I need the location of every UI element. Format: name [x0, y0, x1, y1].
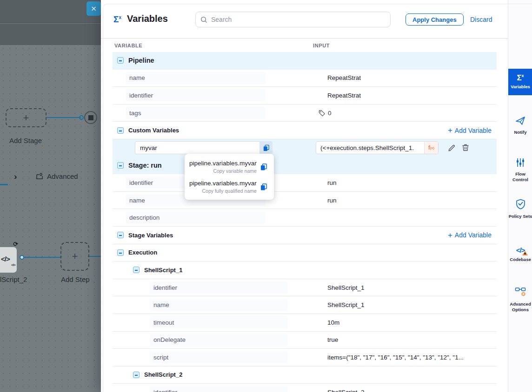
collapse-icon[interactable]	[117, 232, 124, 238]
variable-label: onDelegate	[153, 336, 186, 343]
search-input[interactable]	[211, 16, 386, 23]
edit-icon[interactable]	[447, 144, 456, 152]
variable-label: name	[129, 197, 145, 204]
collapse-icon[interactable]	[117, 249, 124, 256]
search-box[interactable]	[195, 12, 391, 27]
sidebar-item-variables[interactable]: Σx Variables	[508, 69, 532, 95]
selected-tab-indicator	[0, 184, 8, 185]
copy-fqn-item[interactable]: pipeline.variables.myvar Copy fully qual…	[189, 180, 267, 194]
table-column-headers: VARIABLE INPUT	[113, 39, 497, 52]
table-row: description	[113, 209, 497, 227]
add-step-label: Add Step	[61, 275, 90, 283]
sliders-icon	[516, 158, 525, 167]
table-row: identifier ShellScript_1	[113, 279, 497, 297]
step-node-shellscript[interactable]: </>	[0, 247, 17, 273]
collapse-icon[interactable]	[117, 57, 124, 64]
right-nav-sidebar: Σx Variables Notify Flow Control	[508, 0, 532, 392]
connector-line	[89, 256, 101, 257]
panel-header: Σx Variables Apply Changes Discard	[101, 0, 508, 39]
collapse-icon[interactable]	[117, 162, 124, 169]
section-header-pipeline[interactable]: Pipeline	[113, 52, 497, 70]
column-header-variable: VARIABLE	[114, 43, 142, 48]
table-row: name RepeatStrat	[113, 70, 497, 87]
variable-value: run	[327, 179, 337, 186]
tab-advanced-label: Advanced	[47, 172, 78, 180]
add-variable-button[interactable]: +Add Variable	[448, 231, 492, 239]
variable-label: name	[129, 74, 145, 81]
add-variable-button[interactable]: +Add Variable	[448, 126, 492, 134]
section-header-execution[interactable]: Execution	[113, 244, 497, 262]
section-header-stage-variables[interactable]: Stage Variables +Add Variable	[113, 227, 497, 244]
add-stage-node[interactable]: +	[6, 108, 47, 127]
sidebar-item-notify[interactable]: Notify	[508, 116, 532, 135]
discard-button[interactable]: Discard	[470, 16, 492, 23]
plus-icon: +	[72, 251, 78, 261]
variable-value: ShellScript_1	[327, 301, 365, 308]
table-row: identifier run	[113, 174, 497, 192]
column-header-input: INPUT	[313, 43, 330, 48]
add-stage-label: Add Stage	[9, 137, 42, 144]
advanced-options-icon	[515, 287, 526, 297]
tab-advanced[interactable]: Advanced	[36, 172, 78, 180]
variables-sigma-icon: Σx	[113, 14, 121, 25]
variable-value: RepeatStrat	[327, 92, 361, 99]
table-row: script items=("18", "17", "16", "15", "1…	[113, 349, 497, 366]
variable-value: true	[327, 336, 338, 343]
code-mini-icon: </>	[11, 263, 15, 267]
variable-value-input[interactable]: (<+execution.steps.ShellScript_1. f(x)	[316, 141, 439, 154]
variable-label: identifier	[153, 284, 177, 291]
connector-point	[20, 255, 24, 260]
codebase-icon: </>	[516, 246, 525, 254]
sidebar-item-codebase[interactable]: </> Codebase	[508, 246, 532, 262]
variable-label: identifier	[153, 389, 177, 392]
search-icon	[200, 16, 207, 23]
table-row: name run	[113, 192, 497, 209]
canvas-toolbar	[0, 0, 101, 23]
plus-icon: +	[23, 113, 29, 123]
pipeline-canvas: ✕ + Add Stage › Advanced </> ⟳ </> + lSc…	[0, 0, 101, 392]
section-header-stage-run[interactable]: Stage: run	[113, 157, 497, 175]
variable-label: identifier	[129, 179, 153, 186]
sidebar-item-flow-control[interactable]: Flow Control	[508, 158, 532, 183]
copy-icon[interactable]	[259, 141, 273, 154]
variable-value: 10m	[327, 319, 339, 326]
page-title: Variables	[127, 13, 168, 24]
expression-fx-icon[interactable]: f(x)	[424, 142, 438, 154]
table-row: identifier RepeatStrat	[113, 87, 497, 105]
variable-label: timeout	[153, 319, 174, 326]
paper-plane-icon	[515, 116, 525, 125]
close-icon[interactable]: ✕	[86, 1, 101, 16]
copy-variable-name-item[interactable]: pipeline.variables.myvar Copy variable n…	[189, 160, 267, 174]
variable-value: RepeatStrat	[327, 74, 361, 81]
collapse-icon[interactable]	[117, 127, 124, 134]
stop-icon	[88, 115, 93, 120]
tag-count: 0	[328, 110, 332, 117]
canvas-tabbar: › Advanced	[0, 169, 101, 184]
advanced-tab-icon	[36, 173, 43, 180]
canvas-dot-grid	[0, 45, 101, 392]
tag-icon	[319, 110, 326, 117]
variables-drawer: Σx Variables Apply Changes Discard VARIA…	[101, 0, 532, 392]
chevron-right-icon[interactable]: ›	[14, 172, 17, 181]
table-row: name ShellScript_1	[113, 296, 497, 314]
apply-changes-button[interactable]: Apply Changes	[406, 13, 464, 26]
copy-caption: Copy fully qualified name	[189, 189, 257, 194]
add-step-node[interactable]: +	[60, 242, 89, 271]
variable-label: name	[153, 301, 169, 308]
copy-icon[interactable]	[260, 163, 267, 171]
section-header-custom-variables[interactable]: Custom Variables +Add Variable	[113, 122, 497, 139]
copy-icon[interactable]	[260, 183, 267, 191]
collapse-icon[interactable]	[133, 372, 140, 378]
loop-strategy-icon: ⟳	[13, 241, 18, 248]
sidebar-item-advanced-options[interactable]: Advanced Options	[508, 287, 532, 313]
variable-label: script	[153, 354, 168, 361]
variable-value: run	[327, 197, 337, 204]
variable-name-input[interactable]: myvar	[135, 141, 259, 154]
custom-variable-row-myvar: myvar (<+execution.steps.ShellScript_1. …	[113, 139, 497, 157]
plus-icon: +	[448, 126, 452, 134]
collapse-icon[interactable]	[133, 267, 140, 273]
section-header-shellscript1[interactable]: ShellScript_1	[113, 261, 497, 279]
delete-icon[interactable]	[461, 144, 470, 152]
sidebar-item-policy-sets[interactable]: Policy Sets	[508, 199, 532, 219]
section-header-shellscript2[interactable]: ShellScript_2	[113, 366, 497, 384]
